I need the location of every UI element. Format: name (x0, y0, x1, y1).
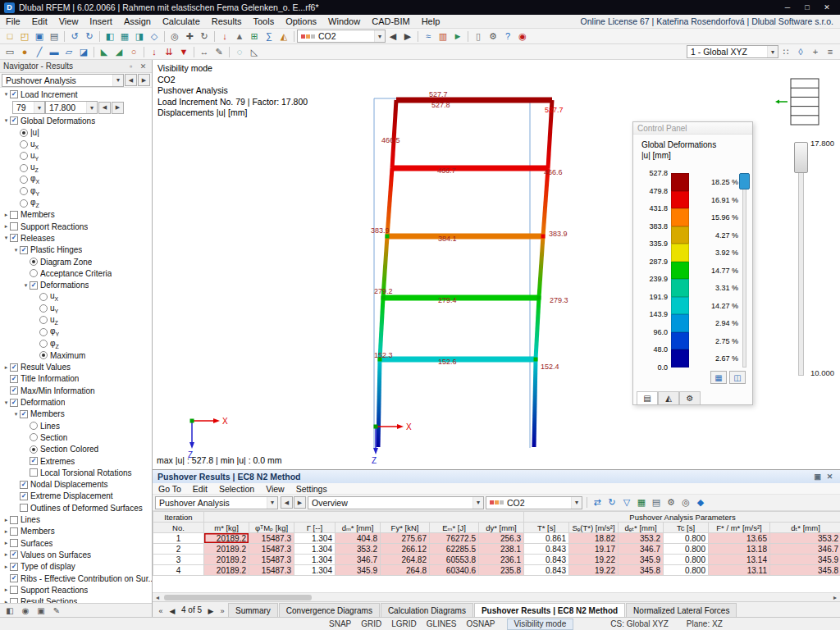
refresh-table-icon[interactable]: ↻ (605, 495, 619, 509)
close-navigator-icon[interactable]: ✕ (138, 61, 148, 71)
table-cell[interactable]: 62285.5 (430, 544, 479, 555)
results-panel-titlebar[interactable]: Pushover Results | EC8 N2 Method ▣✕ (153, 470, 840, 483)
menu-item-assign[interactable]: Assign (118, 16, 157, 26)
table-cell[interactable]: 0.800 (664, 544, 709, 555)
tables-panel-icon[interactable]: ▦ (117, 30, 132, 43)
next-table-button[interactable]: ▶ (294, 496, 306, 509)
tree-item-y[interactable]: φY (0, 326, 152, 338)
member-tool-icon[interactable]: ▬ (47, 45, 62, 59)
table-cell[interactable]: 2 (153, 544, 204, 555)
checkbox[interactable]: ✓ (10, 399, 18, 407)
tree-item-uy[interactable]: uY (0, 150, 152, 162)
radio-button[interactable] (30, 445, 38, 454)
chevron-down-icon[interactable]: ▾ (34, 102, 44, 113)
animation-icon[interactable]: ► (450, 30, 465, 43)
table-cell[interactable]: 236.1 (479, 555, 524, 565)
first-table-button[interactable]: « (155, 605, 167, 617)
control-panel-icon[interactable]: ◨ (132, 30, 147, 43)
menu-item-cad-bim[interactable]: CAD-BIM (366, 16, 415, 26)
auto-hide-icon[interactable]: ▫ (126, 61, 136, 71)
column-header-t-s[interactable]: T* [s] (524, 523, 569, 533)
tab-pushover-results-ec8-n2-method[interactable]: Pushover Results | EC8 N2 Method (474, 603, 625, 617)
table-cell[interactable]: 1.304 (294, 533, 336, 544)
co2-combo[interactable]: CO2 ▾ (297, 30, 386, 43)
menu-item-tools[interactable]: Tools (247, 16, 280, 26)
checkbox[interactable]: ✓ (30, 281, 38, 290)
node-tool-icon[interactable]: ● (17, 45, 32, 59)
chevron-down-icon[interactable]: ▾ (472, 497, 483, 509)
table-cell[interactable]: 1.304 (294, 565, 336, 576)
tree-item-acceptance-criteria[interactable]: Acceptance Criteria (0, 267, 152, 279)
surface-tool-icon[interactable]: ▱ (62, 45, 76, 59)
edit-display-icon[interactable]: ✎ (50, 605, 63, 617)
checkbox[interactable]: ✓ (10, 234, 18, 242)
member-load-icon[interactable]: ⇊ (162, 45, 176, 59)
previous-analysis-button[interactable]: ◀ (125, 74, 137, 86)
table-cell[interactable]: 20189.2 (204, 533, 249, 544)
checkbox[interactable]: ✓ (10, 90, 18, 98)
tree-item-plastic-hinges[interactable]: ▾✓Plastic Hinges (0, 244, 152, 256)
table-cell[interactable]: 0.861 (524, 533, 569, 544)
scale-slider-track[interactable] (742, 173, 746, 368)
filter-icon[interactable]: ▽ (619, 495, 634, 509)
table-cell[interactable]: 0.800 (664, 555, 709, 565)
table-cell[interactable]: 235.8 (479, 565, 524, 576)
checkbox[interactable] (20, 504, 28, 512)
nodal-support-icon[interactable]: ◣ (97, 45, 112, 59)
table-cell[interactable]: 0.843 (524, 544, 569, 555)
table-cell[interactable]: 20189.2 (204, 565, 249, 576)
radio-button[interactable] (30, 433, 38, 441)
calculate-icon[interactable]: ∑ (262, 30, 276, 43)
find-icon[interactable]: ◎ (678, 495, 693, 509)
scale-slider-handle[interactable] (739, 173, 750, 189)
radio-button[interactable] (39, 328, 48, 336)
tree-item-type-of-display[interactable]: ▸✓Type of display (0, 561, 152, 573)
column-header-[interactable]: Γ [--] (294, 523, 336, 533)
radio-button[interactable] (20, 176, 28, 184)
tree-item-global-deformations[interactable]: ▾✓Global Deformations (0, 115, 152, 126)
tree-item-ux[interactable]: uX (0, 291, 152, 303)
table-cell[interactable]: 266.12 (381, 544, 430, 555)
table-cell[interactable]: 15487.3 (249, 565, 294, 576)
column-header-e-j[interactable]: Eₘ* [J] (430, 523, 479, 533)
table-cell[interactable]: 275.67 (381, 533, 430, 544)
table-cell[interactable]: 345.8 (619, 565, 664, 576)
guidelines-icon[interactable]: ≡ (823, 45, 838, 59)
tree-item-support-reactions[interactable]: ▸Support Reactions (0, 221, 152, 232)
table-cell[interactable]: 238.1 (479, 544, 524, 555)
tree-item-members[interactable]: ▸Members (0, 209, 152, 221)
checkbox[interactable]: ✓ (10, 563, 18, 571)
table-cell[interactable]: 345.9 (619, 555, 664, 565)
table-cell[interactable]: 346.7 (336, 555, 381, 565)
column-header-s-t-m-s[interactable]: Sₑ(T*) [m/s²] (569, 523, 619, 533)
dimension-icon[interactable]: ↔ (197, 45, 212, 59)
annotation-icon[interactable]: ✎ (212, 45, 226, 59)
expander-icon[interactable]: ▸ (2, 540, 10, 546)
help-icon[interactable]: ? (500, 30, 515, 43)
checkbox[interactable]: ✓ (10, 375, 18, 383)
tree-item-result-sections[interactable]: ▸Result Sections (0, 596, 152, 603)
checkbox[interactable] (10, 222, 18, 231)
grid-settings-icon[interactable]: ∷ (778, 45, 793, 59)
checkbox[interactable]: ✓ (10, 550, 18, 559)
expander-icon[interactable]: ▸ (2, 551, 10, 558)
expander-icon[interactable]: ▾ (2, 91, 10, 98)
work-plane-icon[interactable]: ◊ (793, 45, 808, 59)
table-cell[interactable]: 15487.3 (249, 544, 294, 555)
checkbox[interactable]: ✓ (10, 116, 18, 125)
expander-icon[interactable]: ▸ (2, 517, 10, 523)
tree-item-lines[interactable]: Lines (0, 420, 152, 431)
radio-button[interactable] (20, 129, 28, 137)
clipboard-icon[interactable]: ▯ (471, 30, 486, 43)
view-orientation-widget[interactable] (774, 74, 833, 131)
scroll-right-icon[interactable]: ▸ (830, 594, 840, 601)
table-cell[interactable]: 264.8 (381, 565, 430, 576)
tree-item-values-on-surfaces[interactable]: ▸✓Values on Surfaces (0, 549, 152, 560)
tree-item-result-values[interactable]: ▸✓Result Values (0, 362, 152, 373)
checkbox[interactable]: ✓ (20, 481, 28, 489)
checkbox[interactable]: ✓ (10, 386, 18, 395)
tree-item-uy[interactable]: uY (0, 303, 152, 314)
menu-item-help[interactable]: Help (416, 16, 446, 26)
column-header-d-mm[interactable]: dₑₜ* [mm] (619, 523, 664, 533)
checkbox[interactable]: ✓ (20, 246, 28, 254)
